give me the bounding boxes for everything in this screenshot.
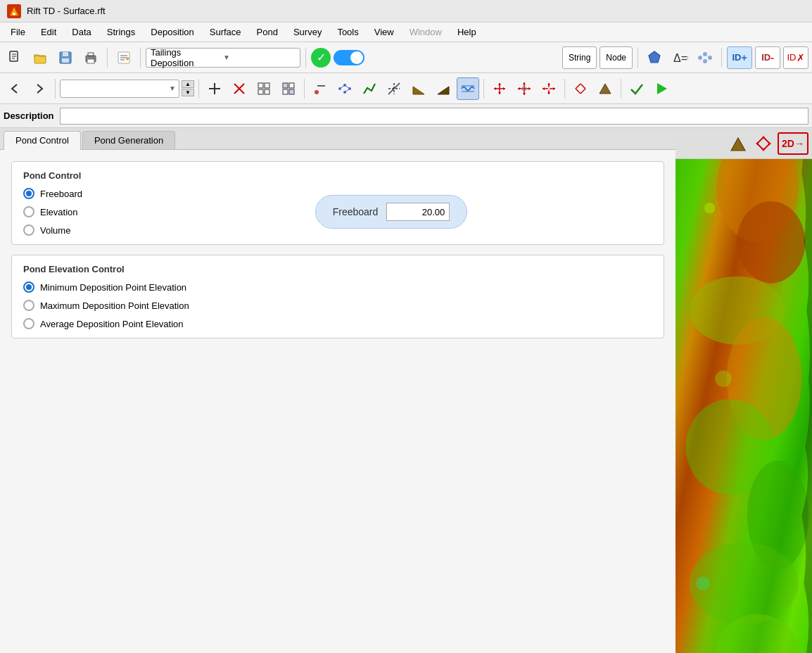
svg-point-2 xyxy=(13,13,15,15)
open-button[interactable] xyxy=(29,46,51,69)
tab-pond-control[interactable]: Pond Control xyxy=(4,131,81,150)
id-clear-button[interactable]: ID✗ xyxy=(783,46,808,69)
add-node-button[interactable] xyxy=(203,77,226,100)
description-bar: Description xyxy=(0,104,812,128)
radio-avg-deposition[interactable]: Average Deposition Point Elevation xyxy=(23,318,652,329)
sep2-3 xyxy=(304,79,305,99)
svg-point-99 xyxy=(715,371,731,387)
svg-point-91 xyxy=(737,201,805,283)
back-button[interactable] xyxy=(4,77,26,100)
vertical-tool[interactable] xyxy=(383,77,405,100)
delta-tool-button[interactable]: Δ=0 xyxy=(668,46,691,69)
line-tool[interactable] xyxy=(358,77,381,100)
node-view-button[interactable]: Node xyxy=(600,46,633,69)
surface-tool[interactable] xyxy=(594,77,616,100)
forward-button[interactable] xyxy=(28,77,51,100)
terrain-view-button[interactable] xyxy=(727,132,749,155)
tab-pond-generation[interactable]: Pond Generation xyxy=(82,131,175,149)
id-remove-button[interactable]: ID- xyxy=(755,46,780,69)
terrain-svg xyxy=(675,159,812,653)
radio-min-deposition[interactable]: Minimum Deposition Point Elevation xyxy=(23,281,652,293)
pond-control-box: Pond Control Freeboard Elevation xyxy=(11,161,664,245)
slope-tool[interactable] xyxy=(407,77,430,100)
run-button[interactable] xyxy=(650,77,673,100)
svg-rect-29 xyxy=(258,83,263,88)
2d-view-button[interactable]: 2D→ xyxy=(778,132,808,155)
svg-rect-36 xyxy=(289,89,294,94)
svg-marker-86 xyxy=(761,148,766,151)
point-tool[interactable] xyxy=(309,77,331,100)
multipoint-tool[interactable] xyxy=(334,77,356,100)
menu-tools[interactable]: Tools xyxy=(330,25,365,39)
svg-marker-69 xyxy=(553,87,555,90)
print-button[interactable] xyxy=(80,46,102,69)
wave-tool[interactable] xyxy=(457,77,479,100)
svg-rect-32 xyxy=(265,89,269,94)
description-input[interactable] xyxy=(60,108,808,125)
save-button[interactable] xyxy=(54,46,77,69)
svg-marker-73 xyxy=(547,92,550,94)
edit-button[interactable] xyxy=(113,46,135,69)
svg-marker-72 xyxy=(547,83,550,85)
svg-rect-30 xyxy=(265,83,269,88)
menu-view[interactable]: View xyxy=(367,25,401,39)
svg-marker-57 xyxy=(494,87,496,90)
content-area: Pond Control Freeboard Elevation xyxy=(0,150,675,653)
slope2-tool[interactable] xyxy=(432,77,455,100)
svg-point-100 xyxy=(696,577,709,590)
svg-marker-80 xyxy=(731,138,745,151)
search-dropdown-icon[interactable]: ▼ xyxy=(169,84,176,92)
svg-text:Δ=0: Δ=0 xyxy=(673,52,688,64)
right-panel: 2D→ xyxy=(675,128,812,653)
pan-tool[interactable] xyxy=(488,77,511,100)
menu-deposition[interactable]: Deposition xyxy=(144,25,201,39)
string-view-button[interactable]: String xyxy=(562,46,597,69)
zoom-in-out-tool[interactable] xyxy=(538,77,560,100)
menu-window[interactable]: Window xyxy=(402,25,449,39)
filter-tool-button[interactable] xyxy=(694,46,716,69)
sep-3 xyxy=(305,48,306,68)
menu-bar: File Edit Data Strings Deposition Surfac… xyxy=(0,23,812,42)
sep-r1 xyxy=(637,48,638,68)
menu-strings[interactable]: Strings xyxy=(100,25,142,39)
menu-file[interactable]: File xyxy=(4,25,32,39)
svg-point-21 xyxy=(703,52,707,56)
polygon-tool-button[interactable] xyxy=(643,46,666,69)
svg-marker-78 xyxy=(600,84,611,94)
freeboard-input[interactable] xyxy=(386,203,450,221)
svg-line-74 xyxy=(576,84,581,89)
menu-surface[interactable]: Surface xyxy=(203,25,248,39)
sep2-2 xyxy=(198,79,199,99)
grid-button[interactable] xyxy=(253,77,275,100)
menu-help[interactable]: Help xyxy=(450,25,483,39)
confirm-button[interactable]: ✓ xyxy=(311,48,331,68)
deposition-dropdown[interactable]: Tailings Deposition ▼ xyxy=(146,48,300,68)
menu-edit[interactable]: Edit xyxy=(34,25,63,39)
radio-elevation[interactable]: Elevation xyxy=(23,206,122,217)
delete-node-button[interactable] xyxy=(228,77,250,100)
radio-freeboard[interactable]: Freeboard xyxy=(23,188,122,199)
zoom-all-tool[interactable] xyxy=(513,77,535,100)
id-add-button[interactable]: ID+ xyxy=(727,46,752,69)
arrows-view-button[interactable] xyxy=(752,132,775,155)
menu-data[interactable]: Data xyxy=(65,25,98,39)
radio-volume-label: Volume xyxy=(40,225,70,236)
search-input[interactable] xyxy=(63,84,169,94)
freeboard-label: Freeboard xyxy=(333,206,379,217)
node-dir-tool[interactable] xyxy=(569,77,592,100)
toggle-switch[interactable] xyxy=(334,50,364,65)
radio-max-deposition[interactable]: Maximum Deposition Point Elevation xyxy=(23,300,652,311)
accept-button[interactable] xyxy=(626,77,648,100)
grid2-button[interactable] xyxy=(277,77,300,100)
radio-avg-circle xyxy=(23,318,34,329)
menu-pond[interactable]: Pond xyxy=(250,25,285,39)
right-top-toolbar: 2D→ xyxy=(675,128,812,159)
menu-survey[interactable]: Survey xyxy=(286,25,329,39)
updown-arrows[interactable]: ▲ ▼ xyxy=(182,80,194,96)
svg-marker-68 xyxy=(543,87,545,90)
sep2-1 xyxy=(55,79,56,99)
new-doc-button[interactable] xyxy=(4,46,26,69)
right-toolbar: String Node Δ=0 ID+ ID- ID✗ xyxy=(562,46,808,69)
svg-marker-58 xyxy=(503,87,505,90)
radio-volume[interactable]: Volume xyxy=(23,224,122,236)
